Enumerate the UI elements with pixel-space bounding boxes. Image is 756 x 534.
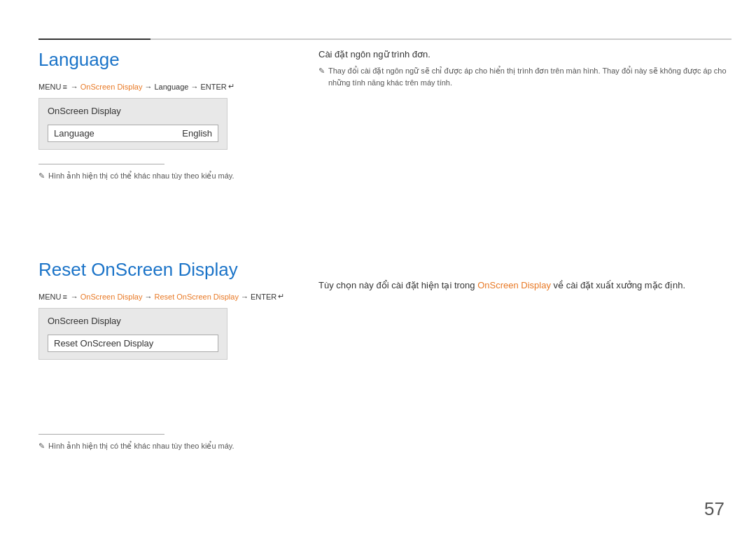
enter-label: ENTER xyxy=(200,83,226,91)
osd-box-title-2: OnScreen Display xyxy=(48,316,218,329)
menu-icon: ≡ xyxy=(62,83,66,91)
page-number: 57 xyxy=(704,498,724,520)
s2-enter-icon: ↵ xyxy=(278,292,284,301)
section1-note: Hình ảnh hiện thị có thể khác nhau tùy t… xyxy=(38,171,304,181)
osd-reset-row: Reset OnScreen Display xyxy=(48,335,218,352)
osd-link-1: OnScreen Display xyxy=(80,83,143,91)
section2-divider xyxy=(38,434,164,435)
desc-after: về cài đặt xuất xưởng mặc định. xyxy=(551,280,685,290)
desc-before: Tùy chọn này đổi cài đặt hiện tại trong xyxy=(318,280,477,290)
section2-desc: Tùy chọn này đổi cài đặt hiện tại trong … xyxy=(318,280,732,290)
arrow1: → xyxy=(71,83,78,91)
menu-label-2: MENU xyxy=(38,293,61,301)
section2-note: Hình ảnh hiện thị có thể khác nhau tùy t… xyxy=(38,442,304,451)
arrow3: → xyxy=(190,83,198,91)
section2-title: Reset OnScreen Display xyxy=(38,259,304,281)
top-divider xyxy=(38,38,732,40)
s2-enter-label: ENTER xyxy=(251,293,276,301)
s2-arrow3: → xyxy=(241,293,248,301)
enter-icon: ↵ xyxy=(228,82,234,91)
desc-highlight: OnScreen Display xyxy=(477,280,551,290)
section2-left: Reset OnScreen Display MENU ≡ → OnScreen… xyxy=(38,259,304,374)
s2-arrow1: → xyxy=(71,293,78,301)
language-label: Language xyxy=(54,128,94,139)
section1-title: Language xyxy=(38,49,304,71)
s2-arrow2: → xyxy=(144,293,152,301)
s2-osd-link: OnScreen Display xyxy=(80,293,143,301)
section2-menu-path: MENU ≡ → OnScreen Display → Reset OnScre… xyxy=(38,292,304,301)
section1-desc-main: Cài đặt ngôn ngữ trình đơn. xyxy=(318,49,732,59)
language-value: English xyxy=(182,128,212,139)
section2-note-area: Hình ảnh hiện thị có thể khác nhau tùy t… xyxy=(38,434,304,451)
section1-osd-box: OnScreen Display Language English xyxy=(38,98,227,150)
section2-right: Tùy chọn này đổi cài đặt hiện tại trong … xyxy=(318,280,732,290)
arrow2: → xyxy=(144,83,152,91)
language-link: Language xyxy=(154,83,188,91)
reset-label: Reset OnScreen Display xyxy=(54,338,153,349)
osd-box-title-1: OnScreen Display xyxy=(48,106,218,119)
section1-desc-note: Thay đổi cài đặt ngôn ngữ sẽ chỉ được áp… xyxy=(318,65,732,88)
section2-osd-box: OnScreen Display Reset OnScreen Display xyxy=(38,308,227,360)
section1-menu-path: MENU ≡ → OnScreen Display → Language → E… xyxy=(38,82,304,91)
s2-reset-link: Reset OnScreen Display xyxy=(154,293,238,301)
section1-right: Cài đặt ngôn ngữ trình đơn. Thay đổi cài… xyxy=(318,49,732,88)
osd-row-language: Language English xyxy=(48,125,218,142)
section1-left: Language MENU ≡ → OnScreen Display → Lan… xyxy=(38,49,304,181)
menu-icon-2: ≡ xyxy=(62,293,66,301)
menu-label: MENU xyxy=(38,83,61,91)
section1-divider xyxy=(38,164,164,164)
